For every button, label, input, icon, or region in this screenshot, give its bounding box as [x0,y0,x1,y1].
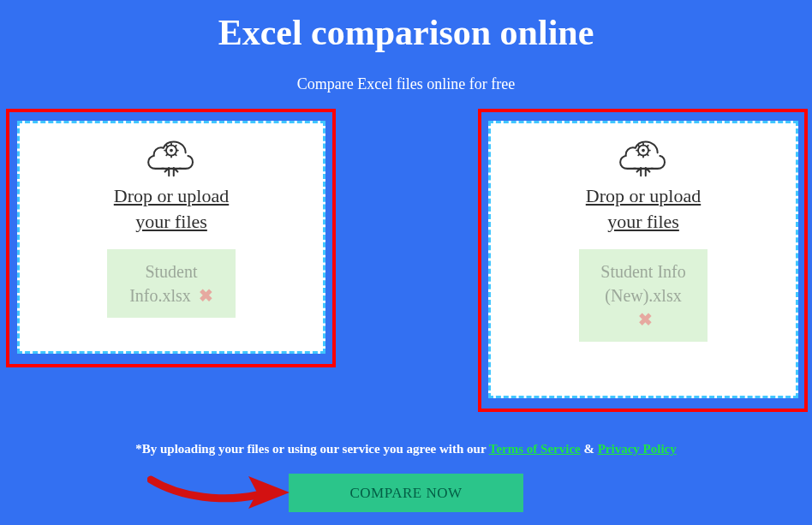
legal-amp: & [583,442,597,456]
cloud-upload-icon [618,135,669,178]
drop-label-line2: your files [135,211,207,232]
privacy-policy-link[interactable]: Privacy Policy [598,442,677,456]
legal-text: *By uploading your files or using our se… [0,442,812,456]
file-name: Student Info.xlsx [129,262,197,305]
legal-prefix: *By uploading your files or using our se… [135,442,489,456]
file-name: Student Info (New).xlsx [600,262,685,305]
subtitle: Compare Excel files online for free [0,75,812,93]
annotation-arrow-icon [147,473,290,512]
remove-file-icon[interactable]: ✖ [199,286,213,305]
drop-zone-left[interactable]: Drop or upload your files Student Info.x… [17,121,325,354]
remove-file-icon[interactable]: ✖ [638,310,653,329]
drop-zone-right[interactable]: Drop or upload your files Student Info (… [488,121,798,398]
file-chip-right: Student Info (New).xlsx ✖ [579,249,708,342]
drop-label-line1: Drop or upload [586,185,701,206]
cloud-upload-icon [146,135,197,178]
drop-label[interactable]: Drop or upload your files [586,183,701,234]
compare-now-button[interactable]: COMPARE NOW [289,474,523,512]
drop-label[interactable]: Drop or upload your files [114,183,229,234]
svg-point-4 [642,149,645,152]
page-title: Excel comparison online [0,0,812,53]
svg-point-1 [170,149,173,152]
file-chip-left: Student Info.xlsx ✖ [107,249,236,318]
terms-of-service-link[interactable]: Terms of Service [489,442,581,456]
drop-label-line1: Drop or upload [114,185,229,206]
svg-marker-6 [248,476,290,509]
drop-zones-row: Drop or upload your files Student Info.x… [0,109,812,417]
drop-label-line2: your files [607,211,679,232]
